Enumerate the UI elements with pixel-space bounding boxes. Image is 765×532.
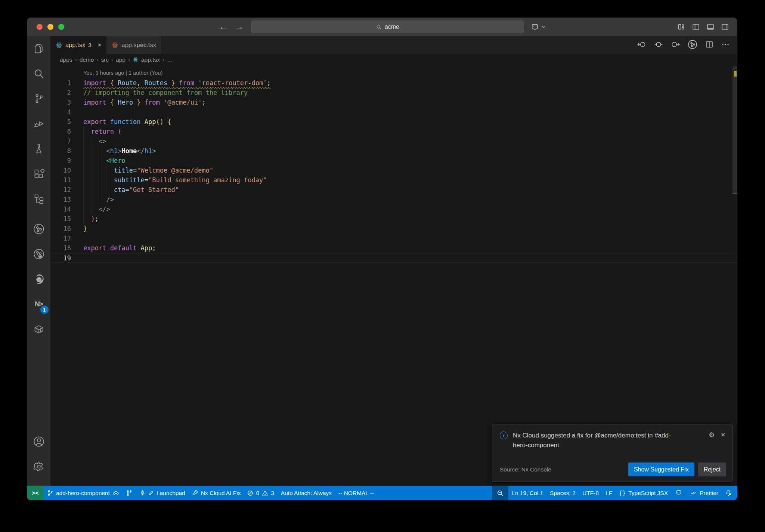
split-editor-icon[interactable] bbox=[705, 40, 714, 50]
code-line[interactable]: 18export default App; bbox=[50, 243, 737, 253]
activity-extensions-icon[interactable] bbox=[30, 165, 48, 183]
language-mode[interactable]: {}TypeScript JSX bbox=[616, 486, 671, 500]
code-line[interactable]: 1import { Route, Routes } from 'react-ro… bbox=[50, 78, 737, 88]
line-number[interactable]: 1 bbox=[50, 78, 71, 88]
line-number[interactable]: 11 bbox=[50, 175, 71, 185]
activity-references-icon[interactable] bbox=[30, 190, 48, 208]
line-number[interactable]: 4 bbox=[50, 107, 71, 117]
activity-explorer-icon[interactable] bbox=[30, 40, 48, 58]
scrollbar-thumb[interactable] bbox=[733, 66, 737, 194]
line-number[interactable]: 14 bbox=[50, 204, 71, 214]
activity-settings-gear-icon[interactable] bbox=[30, 458, 48, 476]
nx-cloud-ai-fix[interactable]: Nx Cloud AI Fix bbox=[189, 486, 244, 500]
activity-containers-icon[interactable] bbox=[30, 320, 48, 338]
code-line[interactable]: 2// importing the component from the lib… bbox=[50, 88, 737, 98]
encoding[interactable]: UTF-8 bbox=[579, 486, 602, 500]
code-line[interactable]: 9 <Hero bbox=[50, 156, 737, 166]
history-forward-button[interactable]: → bbox=[235, 22, 244, 31]
breadcrumb-item[interactable]: src bbox=[101, 56, 109, 63]
activity-nx-console-icon[interactable]: N>1 bbox=[30, 295, 48, 313]
line-number[interactable]: 18 bbox=[50, 243, 71, 253]
code-line[interactable]: 11 subtitle="Build something amazing tod… bbox=[50, 175, 737, 185]
code-line[interactable]: 13 /> bbox=[50, 195, 737, 204]
copilot-status[interactable] bbox=[671, 486, 686, 500]
code-line[interactable]: 14 </> bbox=[50, 204, 737, 214]
tab-app-tsx[interactable]: app.tsx 3 × bbox=[50, 36, 106, 54]
cursor-position[interactable]: Ln 19, Col 1 bbox=[508, 486, 546, 500]
activity-nx-project-graph-icon[interactable] bbox=[30, 220, 48, 238]
toggle-primary-sidebar-icon[interactable] bbox=[692, 23, 700, 31]
git-branch[interactable]: add-hero-component bbox=[44, 486, 123, 500]
show-suggested-fix-button[interactable]: Show Suggested Fix bbox=[628, 463, 694, 476]
line-number[interactable]: 3 bbox=[50, 98, 71, 107]
nav-location-circle-icon[interactable] bbox=[654, 40, 663, 51]
auto-attach[interactable]: Auto Attach: Always bbox=[278, 486, 335, 500]
line-number[interactable]: 9 bbox=[50, 156, 71, 166]
more-actions-icon[interactable] bbox=[721, 40, 730, 50]
code-line[interactable]: 6 return ( bbox=[50, 127, 737, 136]
reject-button[interactable]: Reject bbox=[698, 463, 726, 476]
activity-edge-browser-icon[interactable] bbox=[30, 270, 48, 288]
line-number[interactable]: 6 bbox=[50, 127, 71, 136]
line-number[interactable]: 17 bbox=[50, 233, 71, 243]
code-line[interactable]: 17 bbox=[50, 233, 737, 243]
zoom-indicator[interactable] bbox=[492, 486, 508, 500]
launchpad[interactable]: Launchpad bbox=[136, 486, 189, 500]
line-number[interactable]: 19 bbox=[50, 253, 71, 262]
code-line[interactable]: 4 bbox=[50, 107, 737, 117]
line-number[interactable]: 10 bbox=[50, 166, 71, 175]
notification-close-icon[interactable]: ✕ bbox=[721, 432, 725, 438]
code-line[interactable]: 8 <h1>Home</h1> bbox=[50, 146, 737, 156]
activity-nx-project-details-icon[interactable] bbox=[30, 245, 48, 263]
line-number[interactable]: 12 bbox=[50, 185, 71, 195]
toggle-secondary-sidebar-icon[interactable] bbox=[721, 23, 729, 31]
code-line[interactable]: 5export function App() { bbox=[50, 117, 737, 127]
code-editor[interactable]: You, 3 hours ago | 1 author (You) 1impor… bbox=[50, 65, 737, 486]
toggle-panel-icon[interactable] bbox=[706, 23, 715, 31]
breadcrumb-item[interactable]: demo bbox=[80, 56, 94, 63]
notifications-bell[interactable] bbox=[722, 486, 735, 500]
nav-back-circle-icon[interactable] bbox=[637, 40, 647, 51]
line-number[interactable]: 2 bbox=[50, 88, 71, 98]
git-graph[interactable] bbox=[123, 486, 136, 500]
activity-run-debug-icon[interactable] bbox=[30, 115, 48, 133]
breadcrumb-file[interactable]: app.tsx bbox=[141, 56, 160, 63]
code-line[interactable]: 7 <> bbox=[50, 136, 737, 146]
line-number[interactable]: 16 bbox=[50, 224, 71, 233]
command-center-search[interactable]: acme bbox=[251, 21, 524, 33]
activity-search-icon[interactable] bbox=[30, 65, 48, 83]
indentation[interactable]: Spaces: 2 bbox=[546, 486, 579, 500]
line-number[interactable]: 5 bbox=[50, 117, 71, 127]
line-number[interactable]: 15 bbox=[50, 214, 71, 224]
eol[interactable]: LF bbox=[602, 486, 616, 500]
line-number[interactable]: 13 bbox=[50, 195, 71, 204]
nx-graph-circle-icon[interactable] bbox=[687, 39, 698, 51]
tab-app-spec-tsx[interactable]: app.spec.tsx bbox=[106, 36, 161, 54]
code-line[interactable]: 15 ); bbox=[50, 214, 737, 224]
history-back-button[interactable]: ← bbox=[218, 22, 228, 31]
code-line[interactable]: 16} bbox=[50, 224, 737, 233]
activity-accounts-icon[interactable] bbox=[30, 433, 48, 451]
notification-settings-gear-icon[interactable]: ⚙ bbox=[709, 431, 715, 439]
line-number[interactable]: 7 bbox=[50, 136, 71, 146]
remote-indicator[interactable]: >< bbox=[27, 486, 44, 500]
vim-mode[interactable]: -- NORMAL -- bbox=[335, 486, 377, 500]
breadcrumb-item[interactable]: apps bbox=[60, 56, 72, 63]
formatter[interactable]: Prettier bbox=[686, 486, 722, 500]
breadcrumb-more[interactable]: … bbox=[167, 56, 173, 63]
code-line[interactable]: 12 cta="Get Started" bbox=[50, 185, 737, 195]
line-number[interactable]: 8 bbox=[50, 146, 71, 156]
activity-source-control-icon[interactable] bbox=[30, 90, 48, 108]
code-line[interactable]: 10 title="Welcmoe @acme/demo" bbox=[50, 166, 737, 175]
copilot-menu[interactable]: ⌄ bbox=[531, 24, 546, 30]
customize-layout-icon[interactable] bbox=[677, 23, 685, 31]
close-tab-icon[interactable]: × bbox=[98, 42, 102, 48]
code-line[interactable]: 19 bbox=[50, 253, 737, 263]
nav-forward-circle-icon[interactable] bbox=[670, 40, 680, 51]
problems[interactable]: 03 bbox=[244, 486, 277, 500]
code-line[interactable]: 3import { Hero } from '@acme/ui'; bbox=[50, 98, 737, 107]
activity-testing-icon[interactable] bbox=[30, 140, 48, 158]
breadcrumb-item[interactable]: app bbox=[116, 56, 126, 63]
codelens-annotation[interactable]: You, 3 hours ago | 1 author (You) bbox=[50, 68, 737, 78]
language-mode-label: TypeScript JSX bbox=[628, 490, 668, 497]
